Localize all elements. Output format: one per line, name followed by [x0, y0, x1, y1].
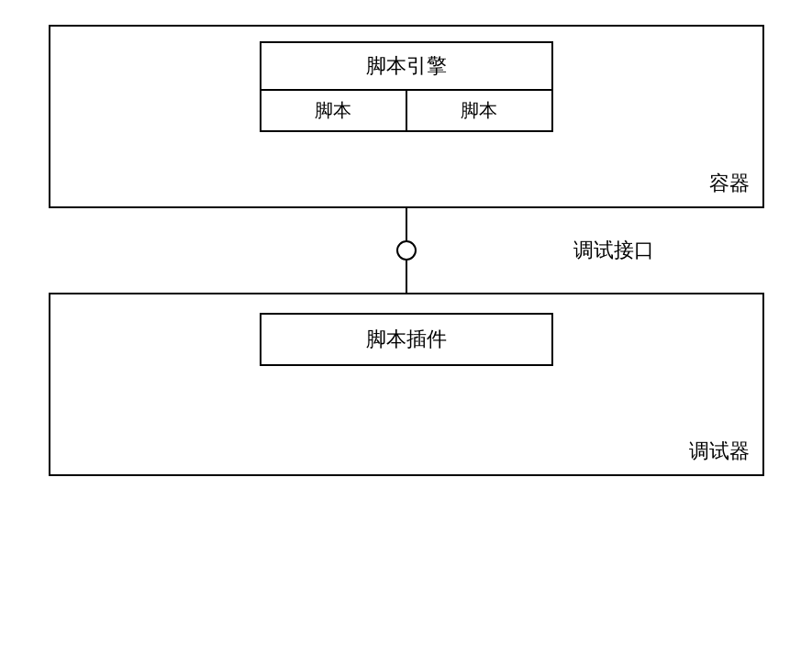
container-label: 容器	[709, 170, 750, 197]
plugin-box: 脚本插件	[260, 313, 553, 366]
script-cell-2: 脚本	[407, 91, 551, 130]
engine-title: 脚本引擎	[261, 43, 551, 91]
debugger-box: 脚本插件 调试器	[49, 293, 764, 476]
diagram: 脚本引擎 脚本 脚本 容器 调试接口 脚本插件 调试器	[49, 25, 764, 630]
script-row: 脚本 脚本	[261, 91, 551, 130]
line-top	[406, 208, 407, 240]
script-cell-1: 脚本	[261, 91, 407, 130]
debug-interface-circle	[396, 240, 417, 261]
engine-box: 脚本引擎 脚本 脚本	[260, 41, 553, 132]
debug-interface-label: 调试接口	[573, 237, 654, 264]
line-bottom	[406, 261, 407, 293]
container-box: 脚本引擎 脚本 脚本 容器	[49, 25, 764, 208]
connector-area: 调试接口	[49, 208, 764, 293]
debugger-label: 调试器	[689, 438, 750, 465]
